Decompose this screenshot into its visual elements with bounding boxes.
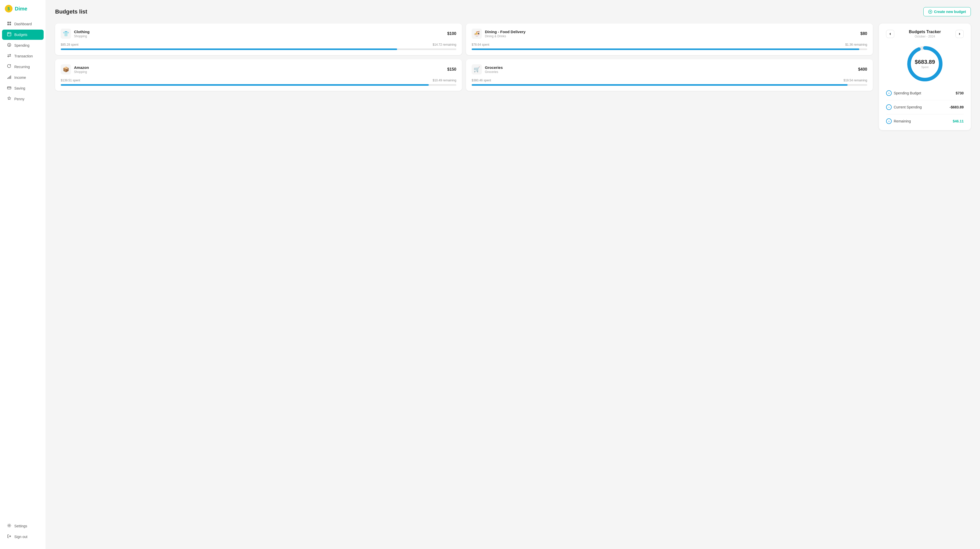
budget-spent: $139.51 spent xyxy=(61,79,80,82)
budget-card-dining: 🍜 Dining - Food Delivery Dining & Drinks… xyxy=(466,24,873,55)
sidebar-item-budgets[interactable]: Budgets xyxy=(2,30,44,40)
budget-amount: $100 xyxy=(447,32,456,36)
budget-category: Shopping xyxy=(74,70,89,74)
budget-name: Clothing xyxy=(74,30,89,34)
donut-label: Spent xyxy=(915,65,935,68)
sidebar-label-saving: Saving xyxy=(14,86,25,90)
sidebar-item-spending[interactable]: $ Spending xyxy=(2,40,44,51)
sidebar-item-penny[interactable]: Penny xyxy=(2,94,44,104)
tracker-next-button[interactable] xyxy=(956,30,964,38)
logo-area: $ Dime xyxy=(0,5,46,19)
sidebar: $ Dime Dashboard Budgets $ Spending xyxy=(0,0,46,549)
budget-icon-amazon: 📦 xyxy=(61,64,71,75)
budget-amount: $400 xyxy=(858,67,867,72)
chevron-right-icon xyxy=(958,33,961,35)
stat-left: − Current Spending xyxy=(886,104,922,110)
recurring-icon xyxy=(6,64,12,70)
stat-label-current-spending: Current Spending xyxy=(894,105,922,109)
budget-info: Groceries Groceries xyxy=(485,65,503,74)
tracker-title-area: Budgets Tracker October - 2024 xyxy=(909,30,941,38)
budget-icon-groceries: 🛒 xyxy=(472,64,482,75)
svg-rect-11 xyxy=(10,76,10,79)
sidebar-item-settings[interactable]: Settings xyxy=(2,521,44,531)
budget-grid: 👕 Clothing Shopping $100 $85.28 spent $1… xyxy=(55,24,873,91)
budget-spent: $380.46 spent xyxy=(472,79,491,82)
budget-card-header: 🛒 Groceries Groceries $400 xyxy=(472,64,867,75)
stat-spending-budget: + Spending Budget $730 xyxy=(886,90,964,96)
svg-rect-13 xyxy=(7,87,11,89)
tracker-header: Budgets Tracker October - 2024 xyxy=(886,30,964,38)
stat-label-remaining: Remaining xyxy=(894,119,911,123)
budget-spent: $78.64 spent xyxy=(472,43,489,46)
budget-remaining: $1.36 remaining xyxy=(845,43,867,46)
budget-category: Groceries xyxy=(485,70,503,74)
stat-value-remaining: $46.11 xyxy=(953,119,964,123)
budget-name: Amazon xyxy=(74,65,89,70)
content-area: 👕 Clothing Shopping $100 $85.28 spent $1… xyxy=(55,24,971,130)
spending-icon: $ xyxy=(6,43,12,48)
budgets-icon xyxy=(6,32,12,37)
svg-rect-5 xyxy=(10,24,11,25)
stat-current-spending: − Current Spending -$683.89 xyxy=(886,104,964,110)
stat-remaining: = Remaining $46.11 xyxy=(886,118,964,124)
svg-rect-12 xyxy=(11,76,11,79)
remaining-icon: = xyxy=(886,118,892,124)
budget-amount: $150 xyxy=(447,67,456,72)
budget-spent: $85.28 spent xyxy=(61,43,78,46)
sidebar-label-dashboard: Dashboard xyxy=(14,22,32,26)
budget-name: Groceries xyxy=(485,65,503,70)
progress-bar-bg xyxy=(472,48,867,50)
donut-chart-container: $683.89 Spent xyxy=(886,43,964,84)
sidebar-item-dashboard[interactable]: Dashboard xyxy=(2,19,44,29)
budget-category: Dining & Drinks xyxy=(485,35,525,38)
sidebar-item-income[interactable]: Income xyxy=(2,73,44,83)
divider xyxy=(886,100,964,100)
budget-card-left: 📦 Amazon Shopping xyxy=(61,64,89,75)
sidebar-label-transaction: Transaction xyxy=(14,54,33,58)
svg-text:$: $ xyxy=(8,44,10,46)
income-icon xyxy=(6,75,12,80)
svg-rect-10 xyxy=(8,77,9,79)
budget-footer: $78.64 spent $1.36 remaining xyxy=(472,43,867,46)
svg-rect-3 xyxy=(10,22,11,23)
budget-info: Dining - Food Delivery Dining & Drinks xyxy=(485,30,525,38)
budget-card-amazon: 📦 Amazon Shopping $150 $139.51 spent $10… xyxy=(55,59,462,91)
create-budget-button[interactable]: Create new budget xyxy=(923,7,971,16)
stat-value-current-spending: -$683.89 xyxy=(950,105,964,109)
budget-info: Amazon Shopping xyxy=(74,65,89,74)
divider xyxy=(886,114,964,114)
chevron-left-icon xyxy=(889,33,891,35)
tracker-prev-button[interactable] xyxy=(886,30,894,38)
stat-left: + Spending Budget xyxy=(886,90,921,96)
stat-label-spending-budget: Spending Budget xyxy=(894,91,921,95)
donut-chart: $683.89 Spent xyxy=(904,43,945,84)
budget-card-left: 🛒 Groceries Groceries xyxy=(472,64,503,75)
sidebar-label-signout: Sign out xyxy=(14,535,27,539)
svg-rect-6 xyxy=(7,32,11,36)
app-name: Dime xyxy=(15,6,27,12)
progress-bar-fill xyxy=(472,84,848,86)
sidebar-item-signout[interactable]: Sign out xyxy=(2,532,44,542)
budget-amount: $80 xyxy=(860,32,867,36)
stat-left: = Remaining xyxy=(886,118,911,124)
svg-text:$: $ xyxy=(8,6,10,11)
top-bar: Budgets list Create new budget xyxy=(55,7,971,16)
svg-rect-9 xyxy=(7,78,8,79)
sidebar-item-recurring[interactable]: Recurring xyxy=(2,62,44,72)
dashboard-icon xyxy=(6,21,12,27)
stat-value-spending-budget: $730 xyxy=(956,91,964,95)
donut-amount: $683.89 xyxy=(915,59,935,65)
tracker-title: Budgets Tracker xyxy=(909,30,941,34)
progress-bar-bg xyxy=(61,48,456,50)
sidebar-item-saving[interactable]: Saving xyxy=(2,83,44,94)
svg-point-14 xyxy=(9,525,10,526)
budget-footer: $380.46 spent $19.54 remaining xyxy=(472,79,867,82)
progress-bar-bg xyxy=(472,84,867,86)
budget-category: Shopping xyxy=(74,35,89,38)
sidebar-item-transaction[interactable]: Transaction xyxy=(2,51,44,61)
transaction-icon xyxy=(6,54,12,59)
sidebar-label-penny: Penny xyxy=(14,97,24,101)
budget-footer: $139.51 spent $10.49 remaining xyxy=(61,79,456,82)
budget-card-header: 🍜 Dining - Food Delivery Dining & Drinks… xyxy=(472,29,867,39)
budget-remaining: $14.72 remaining xyxy=(433,43,456,46)
